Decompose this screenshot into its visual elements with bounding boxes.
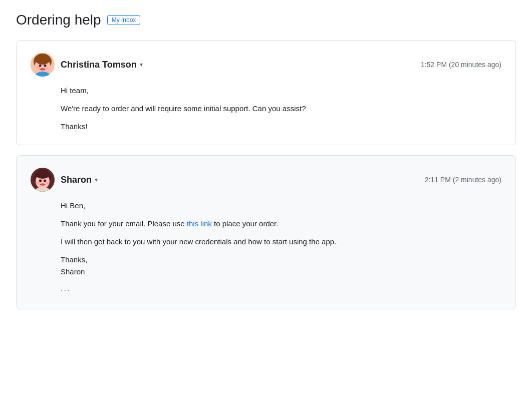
- svg-point-13: [44, 180, 46, 182]
- sender-name-wrap-2: Sharon ▾: [61, 175, 98, 185]
- svg-point-7: [46, 67, 49, 69]
- email-body-2: Hi Ben, Thank you for your email. Please…: [61, 200, 501, 297]
- sender-info-2: Sharon ▾: [31, 168, 98, 192]
- svg-point-5: [41, 68, 45, 70]
- sender-info-1: Christina Tomson ▾: [31, 53, 143, 77]
- sender-name-1: Christina Tomson: [61, 60, 137, 70]
- email-body-1: Hi team, We're ready to order and will r…: [61, 85, 501, 133]
- avatar-sharon: [31, 168, 55, 192]
- order-link[interactable]: this link: [187, 219, 212, 228]
- avatar-christina: [31, 53, 55, 77]
- sender-name-wrap-1: Christina Tomson ▾: [61, 60, 143, 70]
- email-header-1: Christina Tomson ▾ 1:52 PM (20 minutes a…: [31, 53, 501, 77]
- email-line-1-3: Thanks!: [61, 121, 501, 133]
- page-title: Ordering help: [16, 12, 101, 28]
- svg-point-3: [39, 65, 42, 67]
- svg-point-17: [36, 187, 50, 192]
- inbox-badge[interactable]: My Inbox: [107, 15, 141, 25]
- svg-point-11: [36, 170, 50, 179]
- timestamp-1: 1:52 PM (20 minutes ago): [421, 61, 501, 69]
- email-line-2-2: Thank you for your email. Please use thi…: [61, 218, 501, 230]
- svg-point-6: [37, 67, 40, 69]
- svg-point-16: [46, 182, 49, 184]
- email-line-1-1: Hi team,: [61, 85, 501, 97]
- more-options[interactable]: ···: [61, 284, 501, 297]
- email-card-2: Sharon ▾ 2:11 PM (2 minutes ago) Hi Ben,…: [16, 155, 516, 309]
- svg-point-2: [35, 55, 50, 65]
- svg-point-15: [37, 182, 40, 184]
- svg-point-14: [41, 183, 45, 185]
- sender-dropdown-1[interactable]: ▾: [140, 61, 143, 68]
- timestamp-2: 2:11 PM (2 minutes ago): [425, 176, 501, 184]
- email-line-2-1: Hi Ben,: [61, 200, 501, 212]
- page-header: Ordering help My Inbox: [16, 12, 516, 28]
- svg-point-12: [39, 180, 42, 182]
- svg-point-4: [44, 65, 47, 67]
- email-card-1: Christina Tomson ▾ 1:52 PM (20 minutes a…: [16, 40, 516, 145]
- email-line-2-3: I will then get back to you with your ne…: [61, 236, 501, 248]
- sender-dropdown-2[interactable]: ▾: [95, 176, 98, 183]
- email-header-2: Sharon ▾ 2:11 PM (2 minutes ago): [31, 168, 501, 192]
- sender-name-2: Sharon: [61, 175, 92, 185]
- svg-point-8: [36, 72, 50, 77]
- email-line-2-4: Thanks,Sharon: [61, 254, 501, 278]
- email-line-1-2: We're ready to order and will require so…: [61, 103, 501, 115]
